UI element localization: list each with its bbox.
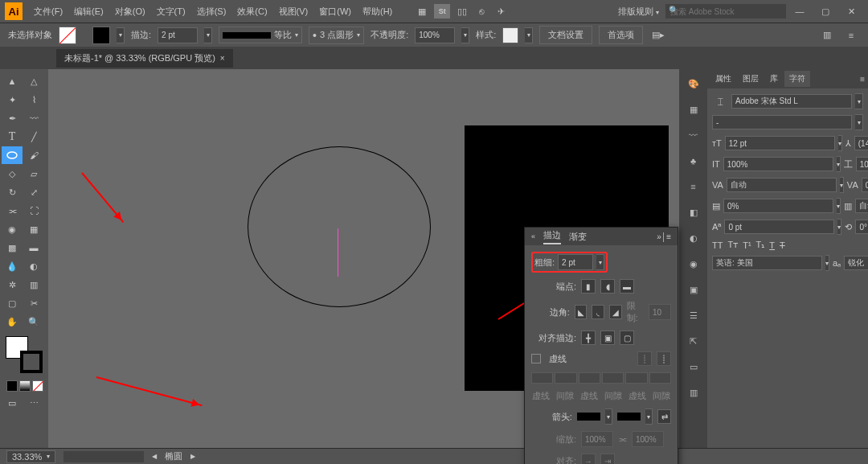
language-dropdown[interactable]: ▾	[825, 255, 829, 271]
artboards-panel-icon[interactable]: ▭	[684, 357, 703, 376]
shaper-tool[interactable]: ◇	[2, 165, 23, 183]
antialias-input[interactable]	[844, 256, 868, 270]
kerning-input[interactable]	[727, 178, 837, 192]
corner-bevel-icon[interactable]: ◢	[609, 305, 622, 319]
appearance-panel-icon[interactable]: ◉	[684, 254, 703, 273]
dash-input[interactable]	[625, 372, 647, 384]
ellipse-tool[interactable]	[2, 146, 23, 164]
aki-input[interactable]	[855, 199, 868, 213]
symbols-panel-icon[interactable]: ♣	[684, 151, 703, 170]
asset-export-panel-icon[interactable]: ⇱	[684, 331, 703, 351]
font-size-dropdown[interactable]: ▾	[838, 135, 842, 151]
close-button[interactable]: ✕	[839, 3, 863, 19]
tsume-input[interactable]	[723, 199, 833, 213]
font-size-input[interactable]	[725, 136, 835, 150]
weight-input[interactable]	[558, 254, 593, 270]
menu-view[interactable]: 视图(V)	[274, 3, 313, 20]
maximize-button[interactable]: ▢	[813, 3, 837, 19]
swap-arrows-icon[interactable]: ⇄	[657, 409, 671, 424]
leading-input[interactable]	[854, 136, 868, 150]
tab-character[interactable]: 字符	[784, 71, 810, 87]
align-flyout-icon[interactable]: ▤▸	[651, 28, 665, 43]
bridge-icon[interactable]: ▦	[415, 4, 429, 18]
lasso-tool[interactable]: ⌇	[23, 91, 44, 109]
tab-close-icon[interactable]: ×	[220, 54, 225, 63]
gap-input[interactable]	[649, 372, 671, 384]
cap-projecting-icon[interactable]: ▬	[620, 279, 634, 294]
arrow-end-dd[interactable]: ▾	[645, 409, 653, 425]
brushes-panel-icon[interactable]: 〰	[684, 125, 703, 145]
panel-toggle-icon[interactable]: ▥	[820, 28, 834, 43]
hand-tool[interactable]: ✋	[2, 313, 23, 331]
panel-menu-icon[interactable]: ≡	[844, 28, 858, 43]
color-mode-icon[interactable]	[6, 380, 18, 392]
edit-toolbar-icon[interactable]: ⋯	[23, 394, 44, 412]
paintbrush-tool[interactable]: 🖌	[23, 146, 44, 164]
weight-dropdown[interactable]: ▾	[596, 254, 604, 270]
tab-libraries[interactable]: 库	[765, 71, 783, 87]
stroke-weight-input[interactable]	[158, 27, 198, 43]
menu-type[interactable]: 文字(T)	[152, 3, 190, 20]
limit-input[interactable]	[649, 304, 671, 320]
artboard-tool[interactable]: ▢	[2, 294, 23, 312]
ellipse-path[interactable]	[248, 146, 431, 307]
fill-stroke-control[interactable]	[6, 336, 43, 373]
style-swatch[interactable]	[502, 27, 518, 43]
color-panel-icon[interactable]: 🎨	[684, 74, 703, 93]
graph-tool[interactable]: ▥	[23, 276, 44, 294]
minimize-button[interactable]: ―	[788, 3, 812, 19]
underline-icon[interactable]: T	[769, 240, 775, 250]
stroke-weight-dropdown[interactable]: ▾	[204, 27, 212, 43]
dashed-checkbox[interactable]	[531, 354, 541, 363]
cap-butt-icon[interactable]: ▮	[581, 279, 596, 294]
gpu-icon[interactable]: ⎋	[474, 4, 489, 18]
none-mode-icon[interactable]	[32, 380, 43, 392]
cap-round-icon[interactable]: ◖	[600, 279, 615, 294]
transparency-panel-icon[interactable]: ◐	[684, 228, 703, 248]
stroke-tab[interactable]: 描边	[543, 229, 561, 244]
feedback-icon[interactable]: ✈	[493, 4, 508, 18]
corner-miter-icon[interactable]: ◣	[575, 305, 588, 319]
panel-menu-icon[interactable]: ≡	[860, 75, 865, 84]
line-tool[interactable]: ╱	[23, 128, 44, 146]
menu-select[interactable]: 选择(S)	[192, 3, 231, 20]
navigator-strip[interactable]	[63, 451, 144, 462]
arrow-align-1-icon[interactable]: →	[581, 454, 596, 464]
blend-tool[interactable]: ◐	[23, 257, 44, 275]
superscript-icon[interactable]: T¹	[743, 240, 751, 250]
arrow-scale-start[interactable]	[581, 431, 613, 447]
stroke-color-icon[interactable]	[20, 351, 43, 373]
style-dropdown[interactable]: ▾	[525, 27, 533, 43]
layers-panel-icon[interactable]: ☰	[684, 306, 703, 325]
document-tab[interactable]: 未标题-1* @ 33.33% (RGB/GPU 预览) ×	[56, 49, 233, 68]
allcaps-icon[interactable]: TT	[712, 240, 723, 250]
arrange-icon[interactable]: ▯▯	[455, 4, 469, 18]
tracking-input[interactable]	[862, 178, 868, 192]
menu-edit[interactable]: 编辑(E)	[69, 3, 108, 20]
gradient-mode-icon[interactable]	[19, 380, 31, 392]
fill-swatch[interactable]	[59, 27, 76, 44]
rotation-input[interactable]	[855, 220, 868, 234]
menu-help[interactable]: 帮助(H)	[358, 3, 397, 20]
width-tool[interactable]: ⫘	[2, 202, 23, 220]
language-input[interactable]	[712, 256, 822, 270]
type-tool[interactable]: T	[2, 128, 23, 146]
direct-selection-tool[interactable]: △	[23, 72, 44, 90]
link-icon[interactable]: ⫘	[618, 434, 627, 444]
stroke-flyout-icon[interactable]: »│≡	[657, 232, 671, 241]
rotate-tool[interactable]: ↻	[2, 183, 23, 201]
dash-align-1-icon[interactable]: ┊	[637, 351, 652, 366]
arrow-start-dd[interactable]: ▾	[605, 409, 612, 425]
search-stock-input[interactable]	[665, 4, 786, 18]
preferences-button[interactable]: 首选项	[599, 26, 643, 44]
brush-label[interactable]: 3 点圆形	[320, 29, 354, 41]
slice-tool[interactable]: ✂	[23, 294, 44, 312]
gradient-panel-icon[interactable]: ◧	[684, 203, 703, 222]
arrow-align-2-icon[interactable]: ⇥	[600, 454, 615, 464]
font-style-input[interactable]	[712, 115, 852, 129]
symbol-sprayer-tool[interactable]: ✲	[2, 276, 23, 294]
tab-properties[interactable]: 属性	[710, 71, 736, 87]
baseline-input[interactable]	[724, 220, 834, 234]
menu-file[interactable]: 文件(F)	[29, 3, 68, 20]
stroke-swatch-dropdown[interactable]: ▾	[117, 27, 125, 43]
